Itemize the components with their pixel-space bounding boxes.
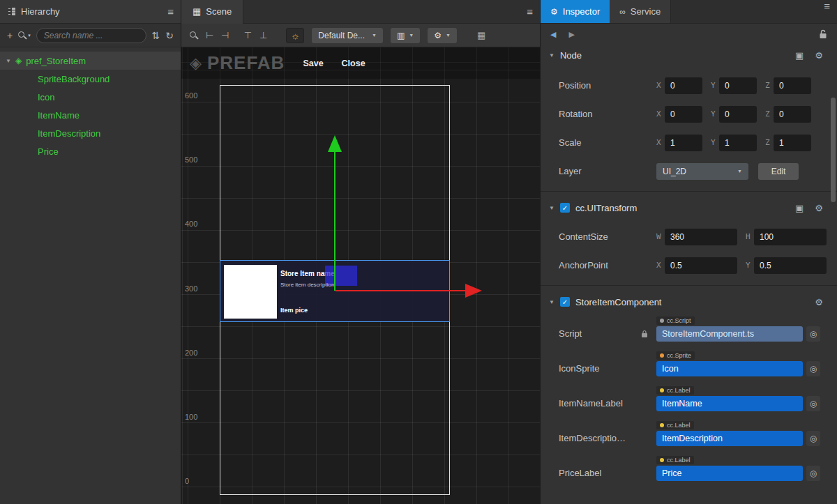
tree-node-icon[interactable]: Icon [0,88,181,106]
add-node-button[interactable]: + [7,30,13,41]
service-tab-icon: ∞ [619,7,626,17]
node-settings-icon[interactable]: ⚙ [815,50,823,61]
uitransform-asset-icon[interactable]: ▣ [795,203,804,213]
refresh-icon[interactable]: ↻ [165,30,174,41]
asset-picker-button[interactable]: ◎ [806,431,820,446]
price-property-row: PriceLabel cc.Label Price ◎ [541,456,837,481]
chevron-down-icon: ▼ [409,33,414,38]
anchor-y-input[interactable]: 0.5 [754,257,827,274]
scene-viewport[interactable]: ◈ PREFAB Save Close 600 500 400 300 200 … [181,47,540,504]
gizmo-x-axis[interactable] [335,290,467,291]
tree-node-label: ItemDescription [38,128,100,139]
position-y-input[interactable]: 0 [719,77,757,94]
node-section-header[interactable]: ▼ Node ▣ ⚙ [541,45,837,66]
tab-scene[interactable]: ▦ Scene [181,0,243,24]
asset-picker-button[interactable]: ◎ [806,466,820,481]
close-prefab-button[interactable]: Close [342,59,365,68]
uitransform-settings-icon[interactable]: ⚙ [815,203,823,213]
scene-toolbar: ⊢ ⊣ ⊤ ⊥ ☼ Default De... ▼ ▥ ▼ ⚙ ▼ ▦ [181,24,540,47]
component-section-header[interactable]: ▼ ✓ StoreItemComponent ⚙ [541,291,837,312]
item-description-label: Store item description [280,282,334,288]
zoom-icon[interactable] [190,31,198,40]
lock-icon [641,330,648,338]
content-height-input[interactable]: 100 [754,229,827,245]
tree-node-itemname[interactable]: ItemName [0,106,181,124]
rotation-z-input[interactable]: 0 [774,106,811,123]
inspector-menu-icon[interactable]: ≡ [824,0,830,23]
layer-edit-button[interactable]: Edit [758,163,799,180]
label-type-dot-icon [660,388,664,392]
section-caret-icon[interactable]: ▼ [549,52,555,59]
icon-sprite-ref-field[interactable]: Icon [656,361,803,376]
history-back-icon[interactable]: ◀ [550,30,556,39]
section-divider [541,191,837,192]
prefab-icon: ◈ [15,56,22,66]
position-x-input[interactable]: 0 [665,77,702,94]
script-asset-field[interactable]: StoreItemComponent.ts [656,326,803,342]
expand-caret-icon[interactable]: ▼ [6,58,11,64]
tree-node-label: Icon [38,92,55,102]
anchor-x-input[interactable]: 0.5 [665,257,737,274]
gizmo-toggle-button[interactable]: ☼ [286,28,304,43]
anchor-point-row: AnchorPoint X 0.5 Y 0.5 [541,251,837,280]
scene-menu-icon[interactable]: ≡ [527,6,533,17]
insert-left-icon[interactable]: ⊢ [206,30,213,40]
collapse-all-icon[interactable]: ⇅ [152,30,160,41]
rotation-x-input[interactable]: 0 [665,106,702,123]
component-enabled-checkbox[interactable]: ✓ [560,297,570,307]
position-z-input[interactable]: 0 [774,77,811,94]
align-bottom-icon[interactable]: ⊥ [259,30,267,40]
layer-select[interactable]: UI_2D ▼ [656,163,748,180]
tree-node-root[interactable]: ▼ ◈ pref_StoreItem [0,52,181,70]
gizmo-y-arrowhead-icon[interactable] [328,135,342,152]
tree-node-price[interactable]: Price [0,142,181,160]
content-width-input[interactable]: 360 [665,229,737,245]
hierarchy-title: Hierarchy [21,6,60,17]
anchor-point-label: AnchorPoint [559,260,656,270]
gizmo-y-axis[interactable] [334,151,335,291]
icon-sprite-field-group: cc.Sprite Icon [656,351,803,376]
section-caret-icon[interactable]: ▼ [549,205,555,211]
save-prefab-button[interactable]: Save [303,59,323,68]
item-name-ref-field[interactable]: ItemName [656,396,803,411]
scale-y-input[interactable]: 1 [719,135,757,151]
price-ref-field[interactable]: Price [656,466,803,481]
grid-toggle-icon[interactable]: ▦ [477,30,485,40]
tree-node-spritebackground[interactable]: SpriteBackground [0,70,181,88]
tab-service[interactable]: ∞ Service [610,0,671,23]
hierarchy-tree: ▼ ◈ pref_StoreItem SpriteBackground Icon… [0,47,181,160]
gizmo-x-arrowhead-icon[interactable] [465,284,482,298]
node-asset-icon[interactable]: ▣ [795,50,804,61]
axis-z-label: Z [765,109,771,119]
layer-label: Layer [559,166,656,176]
layout-dropdown[interactable]: ▥ ▼ [391,28,420,43]
uitransform-section-header[interactable]: ▼ ✓ cc.UITransform ▣ ⚙ [541,197,837,218]
search-filter-button[interactable]: ▾ [18,31,31,40]
section-caret-icon[interactable]: ▼ [549,299,555,305]
tree-node-itemdescription[interactable]: ItemDescription [0,124,181,142]
rotation-y-input[interactable]: 0 [719,106,757,123]
hierarchy-menu-icon[interactable]: ≡ [167,6,174,17]
check-icon: ✓ [562,298,568,306]
asset-picker-button[interactable]: ◎ [806,326,820,342]
search-input[interactable] [36,28,146,43]
scale-z-input[interactable]: 1 [774,135,811,151]
inspector-panel: ⚙ Inspector ∞ Service ≡ ◀ ▶ ▼ Node ▣ ⚙ [541,0,837,504]
item-icon-sprite[interactable] [224,265,277,319]
inspector-scrollbar[interactable] [831,98,836,202]
item-description-ref-field[interactable]: ItemDescription [656,431,803,446]
component-settings-icon[interactable]: ⚙ [815,297,823,307]
scale-x-input[interactable]: 1 [665,135,702,151]
asset-picker-button[interactable]: ◎ [806,361,820,376]
scene-settings-dropdown[interactable]: ⚙ ▼ [428,28,457,43]
check-icon: ✓ [562,204,568,212]
tab-inspector[interactable]: ⚙ Inspector [541,0,610,23]
device-dropdown[interactable]: Default De... ▼ [312,28,383,43]
asset-picker-button[interactable]: ◎ [806,396,820,411]
insert-right-icon[interactable]: ⊣ [221,30,229,40]
lock-icon[interactable] [819,29,827,39]
tree-node-label: SpriteBackground [38,74,110,84]
align-top-icon[interactable]: ⊤ [244,30,252,40]
uitransform-enabled-checkbox[interactable]: ✓ [560,203,570,213]
history-forward-icon[interactable]: ▶ [568,30,574,39]
